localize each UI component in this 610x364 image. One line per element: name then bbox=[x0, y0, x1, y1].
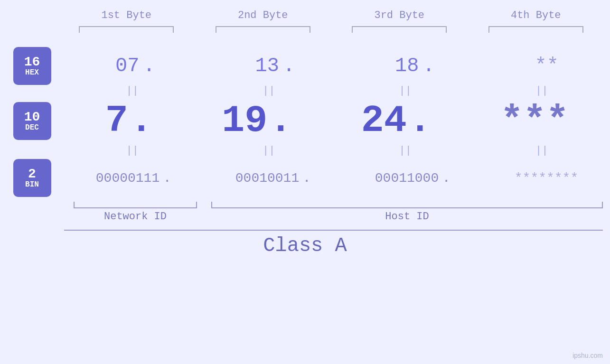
equals-1-b2: || bbox=[212, 85, 326, 97]
dec-b1: 7 bbox=[105, 99, 128, 142]
host-id-bracket bbox=[211, 202, 603, 208]
equals-2-b2: || bbox=[212, 145, 326, 157]
dec-dot1: . bbox=[130, 99, 140, 142]
equals-2-b4: || bbox=[485, 145, 599, 157]
hex-b2-cell: 13 . bbox=[255, 55, 292, 77]
hex-dot2: . bbox=[283, 55, 292, 77]
byte-headers: 1st Byte 2nd Byte 3rd Byte 4th Byte bbox=[58, 9, 604, 21]
network-id-label: Network ID bbox=[74, 211, 197, 223]
hex-b3: 18 bbox=[395, 55, 419, 77]
dec-b2: 19 bbox=[222, 99, 267, 142]
dec-badge-cell: 10 DEC bbox=[0, 102, 64, 140]
bin-row: 2 BIN 00000111 . 00010011 . 00011000 . *… bbox=[0, 159, 610, 197]
class-label: Class A bbox=[0, 231, 610, 261]
dec-dot2: . bbox=[269, 99, 279, 142]
dec-badge: 10 DEC bbox=[13, 102, 51, 140]
bracket-byte3 bbox=[352, 26, 447, 33]
bin-values: 00000111 . 00010011 . 00011000 . *******… bbox=[64, 171, 610, 186]
bin-dot1: . bbox=[162, 171, 172, 186]
hex-badge-cell: 16 HEX bbox=[0, 47, 64, 85]
bin-badge: 2 BIN bbox=[13, 159, 51, 197]
hex-b1-cell: 07 . bbox=[115, 55, 152, 77]
dec-b4-cell: *** bbox=[500, 99, 569, 142]
hex-b4-cell: ** bbox=[535, 55, 559, 77]
dec-b1-cell: 7 . bbox=[105, 99, 140, 142]
byte3-header: 3rd Byte bbox=[347, 9, 451, 21]
equals-1-b4: || bbox=[485, 85, 599, 97]
byte1-header: 1st Byte bbox=[74, 9, 178, 21]
id-bracket-container bbox=[0, 202, 610, 208]
bracket-byte1 bbox=[79, 26, 174, 33]
bin-b1: 00000111 bbox=[96, 171, 160, 186]
bin-dot2: . bbox=[302, 171, 311, 186]
dec-values: 7 . 19 . 24 . *** bbox=[64, 99, 610, 142]
class-section: Class A bbox=[0, 230, 610, 261]
bin-b2-cell: 00010011 . bbox=[235, 171, 311, 186]
bin-b3-cell: 00011000 . bbox=[375, 171, 451, 186]
equals-2-b1: || bbox=[75, 145, 189, 157]
hex-b2: 13 bbox=[255, 55, 279, 77]
bin-b4: ******** bbox=[515, 171, 578, 186]
bracket-byte4 bbox=[488, 26, 583, 33]
byte4-header: 4th Byte bbox=[484, 9, 588, 21]
watermark: ipshu.com bbox=[572, 352, 603, 359]
equals-1-b3: || bbox=[348, 85, 462, 97]
dec-b3: 24 bbox=[361, 99, 407, 142]
bin-badge-cell: 2 BIN bbox=[0, 159, 64, 197]
bin-b4-cell: ******** bbox=[515, 171, 578, 186]
host-id-label: Host ID bbox=[211, 211, 603, 223]
byte2-header: 2nd Byte bbox=[211, 9, 315, 21]
hex-b4: ** bbox=[535, 55, 559, 77]
bin-b2: 00010011 bbox=[235, 171, 299, 186]
hex-b3-cell: 18 . bbox=[395, 55, 432, 77]
equals-1-b1: || bbox=[75, 85, 189, 97]
hex-dot3: . bbox=[422, 55, 432, 77]
id-labels-container: Network ID Host ID bbox=[0, 211, 610, 223]
equals-row-1: || || || || bbox=[0, 85, 610, 97]
bin-dot3: . bbox=[441, 171, 451, 186]
main-container: 1st Byte 2nd Byte 3rd Byte 4th Byte 16 H… bbox=[0, 0, 610, 364]
hex-badge: 16 HEX bbox=[13, 47, 51, 85]
dec-b2-cell: 19 . bbox=[222, 99, 279, 142]
dec-dot3: . bbox=[409, 99, 418, 142]
hex-row: 16 HEX 07 . 13 . 18 . ** bbox=[0, 47, 610, 85]
hex-values: 07 . 13 . 18 . ** bbox=[64, 55, 610, 77]
network-id-bracket bbox=[74, 202, 197, 208]
bin-b3: 00011000 bbox=[375, 171, 439, 186]
equals-row-2: || || || || bbox=[0, 145, 610, 157]
hex-dot1: . bbox=[143, 55, 152, 77]
dec-b4: *** bbox=[500, 99, 569, 142]
hex-b1: 07 bbox=[115, 55, 139, 77]
dec-row: 10 DEC 7 . 19 . 24 . *** bbox=[0, 99, 610, 142]
bracket-byte2 bbox=[216, 26, 310, 33]
equals-2-b3: || bbox=[348, 145, 462, 157]
dec-b3-cell: 24 . bbox=[361, 99, 418, 142]
bin-b1-cell: 00000111 . bbox=[96, 171, 172, 186]
